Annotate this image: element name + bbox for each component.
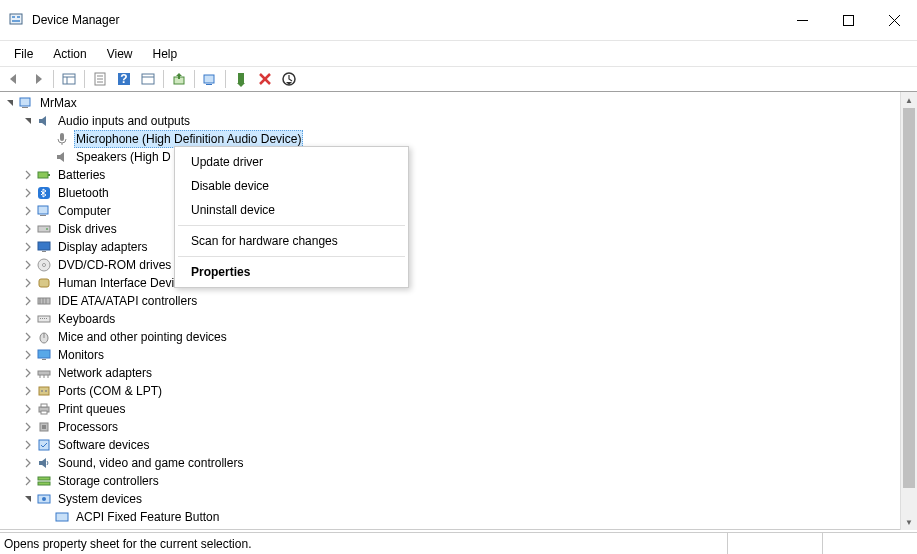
scan-hardware-button[interactable] [198,68,222,90]
tree-node[interactable]: MrMax [4,94,917,112]
chevron-down-icon[interactable] [22,494,34,504]
properties-button[interactable] [88,68,112,90]
cd-icon [36,257,52,273]
scroll-thumb[interactable] [903,108,915,488]
svg-rect-41 [39,279,49,287]
tree-node[interactable]: Print queues [4,400,917,418]
context-menu-item[interactable]: Disable device [177,174,406,198]
tree-node[interactable]: Disk drives [4,220,917,238]
chevron-right-icon[interactable] [22,260,34,270]
chevron-right-icon[interactable] [22,404,34,414]
chevron-right-icon[interactable] [22,368,34,378]
context-menu-item[interactable]: Scan for hardware changes [177,229,406,253]
chevron-right-icon[interactable] [22,386,34,396]
chevron-right-icon[interactable] [22,422,34,432]
close-button[interactable] [871,4,917,36]
menu-action[interactable]: Action [43,43,96,65]
tree-node[interactable]: Keyboards [4,310,917,328]
forward-button[interactable] [26,68,50,90]
tree-node[interactable]: Network adapters [4,364,917,382]
speaker-icon [54,149,70,165]
tree-node-label: System devices [56,490,144,508]
tree-node[interactable]: ACPI Fixed Feature Button [4,508,917,526]
svg-rect-50 [46,318,47,319]
menu-view[interactable]: View [97,43,143,65]
tree-node[interactable]: IDE ATA/ATAPI controllers [4,292,917,310]
action-list-button[interactable] [136,68,160,90]
svg-rect-72 [56,513,68,521]
chevron-right-icon[interactable] [22,188,34,198]
ide-icon [36,293,52,309]
chevron-right-icon[interactable] [22,476,34,486]
toolbar: ? [0,66,917,92]
help-button[interactable]: ? [112,68,136,90]
menu-separator [178,256,405,257]
mic-icon [54,131,70,147]
maximize-button[interactable] [825,4,871,36]
tree-node[interactable]: Sound, video and game controllers [4,454,917,472]
tree-node[interactable]: Bluetooth [4,184,917,202]
chevron-right-icon[interactable] [22,458,34,468]
enable-device-button[interactable] [229,68,253,90]
tree-node[interactable]: Human Interface Devices [4,274,917,292]
scroll-up-arrow[interactable]: ▲ [901,92,917,108]
tree-node[interactable]: Software devices [4,436,917,454]
scroll-down-arrow[interactable]: ▼ [901,514,917,530]
minimize-button[interactable] [779,4,825,36]
show-hide-console-button[interactable] [57,68,81,90]
computer-icon [36,203,52,219]
back-button[interactable] [2,68,26,90]
update-driver-button[interactable] [167,68,191,90]
disable-device-button[interactable] [277,68,301,90]
context-menu-item[interactable]: Properties [177,260,406,284]
tree-node[interactable]: Ports (COM & LPT) [4,382,917,400]
tree-node[interactable]: System devices [4,490,917,508]
keyboard-icon [36,311,52,327]
svg-rect-59 [39,387,49,395]
chevron-down-icon[interactable] [4,98,16,108]
sound-icon [36,455,52,471]
tree-node[interactable]: Display adapters [4,238,917,256]
chevron-right-icon[interactable] [22,350,34,360]
chevron-right-icon[interactable] [22,242,34,252]
svg-rect-3 [12,20,20,22]
uninstall-device-button[interactable] [253,68,277,90]
tree-node[interactable]: Storage controllers [4,472,917,490]
tree-node[interactable]: Processors [4,418,917,436]
chevron-right-icon[interactable] [22,206,34,216]
app-icon [8,12,24,28]
svg-rect-68 [38,477,50,480]
tree-node[interactable]: Audio inputs and outputs [4,112,917,130]
tree-node[interactable]: Computer [4,202,917,220]
chevron-right-icon[interactable] [22,332,34,342]
menu-help[interactable]: Help [143,43,188,65]
chevron-right-icon[interactable] [22,170,34,180]
tree-node[interactable]: Monitors [4,346,917,364]
svg-rect-48 [42,318,43,319]
chevron-right-icon[interactable] [22,296,34,306]
tree-node[interactable]: Microphone (High Definition Audio Device… [4,130,917,148]
tree-node[interactable]: Mice and other pointing devices [4,328,917,346]
tree-node[interactable]: Batteries [4,166,917,184]
tree-node-label: Audio inputs and outputs [56,112,192,130]
acpi-icon [54,509,70,525]
mouse-icon [36,329,52,345]
chevron-right-icon[interactable] [22,314,34,324]
battery-icon [36,167,52,183]
chevron-right-icon[interactable] [22,224,34,234]
tree-node[interactable]: Speakers (High D [4,148,917,166]
tree-node-label: Display adapters [56,238,149,256]
menu-file[interactable]: File [4,43,43,65]
device-tree[interactable]: MrMaxAudio inputs and outputsMicrophone … [0,92,917,530]
tree-node-label: DVD/CD-ROM drives [56,256,173,274]
context-menu-item[interactable]: Uninstall device [177,198,406,222]
network-icon [36,365,52,381]
svg-point-71 [42,497,46,501]
svg-rect-63 [41,404,47,407]
chevron-right-icon[interactable] [22,440,34,450]
tree-node[interactable]: DVD/CD-ROM drives [4,256,917,274]
context-menu-item[interactable]: Update driver [177,150,406,174]
vertical-scrollbar[interactable]: ▲ ▼ [900,92,917,530]
chevron-right-icon[interactable] [22,278,34,288]
chevron-down-icon[interactable] [22,116,34,126]
